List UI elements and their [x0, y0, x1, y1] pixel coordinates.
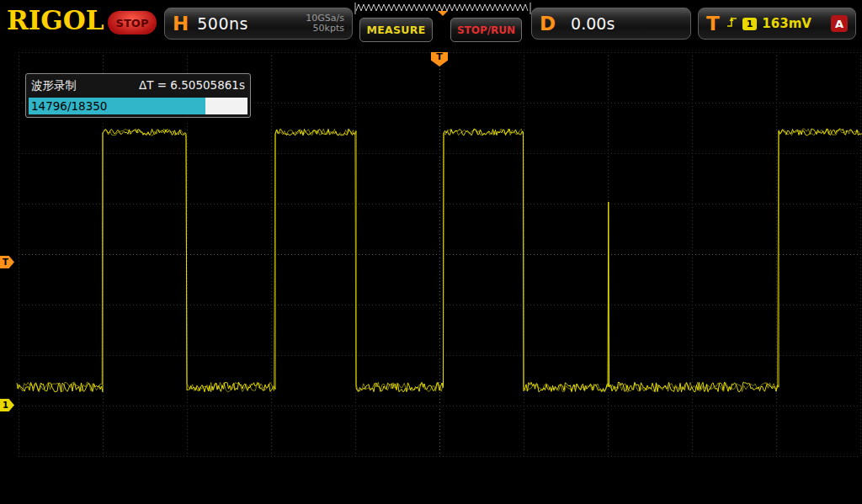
delay-settings[interactable]: D 0.00s: [531, 8, 691, 40]
trigger-settings[interactable]: T 1 163mV A: [698, 8, 856, 40]
trigger-level-value: 163mV: [762, 16, 811, 31]
record-popup-title: 波形录制: [31, 78, 77, 93]
trigger-label: T: [706, 13, 720, 34]
scope-display: T T 1 波形录制 ΔT = 6.50505861s 14796/18350: [0, 48, 862, 459]
record-popup: 波形录制 ΔT = 6.50505861s 14796/18350: [25, 73, 251, 118]
record-delta-t: ΔT = 6.50505861s: [139, 78, 245, 93]
record-progress-text: 14796/18350: [31, 98, 107, 114]
record-overview-strip[interactable]: [354, 1, 532, 17]
bottom-bar: 1 57.0mV -177mV 2 100mV 0.00V: [0, 459, 862, 504]
delay-value: 0.00s: [571, 14, 615, 33]
top-bar: RIGOL STOP H 500ns 10GSa/s 50kpts MEASUR…: [0, 0, 862, 48]
record-progress-bar: 14796/18350: [29, 98, 247, 114]
timebase-value: 500ns: [197, 14, 248, 33]
brand-logo: RIGOL: [7, 5, 104, 35]
measure-button[interactable]: MEASURE: [359, 18, 433, 42]
acquisition-info: 10GSa/s 50kpts: [306, 13, 344, 34]
delay-label: D: [540, 13, 556, 34]
stop-run-button[interactable]: STOP/RUN: [450, 18, 522, 42]
memory-depth: 50kpts: [313, 23, 344, 34]
horizontal-settings[interactable]: H 500ns 10GSa/s 50kpts: [164, 8, 353, 40]
horizontal-label: H: [173, 13, 189, 34]
trigger-slope-icon: [726, 15, 737, 32]
trigger-sweep-mode-badge: A: [831, 15, 848, 32]
trigger-source-badge: 1: [742, 18, 758, 30]
run-state-badge: STOP: [108, 11, 157, 34]
